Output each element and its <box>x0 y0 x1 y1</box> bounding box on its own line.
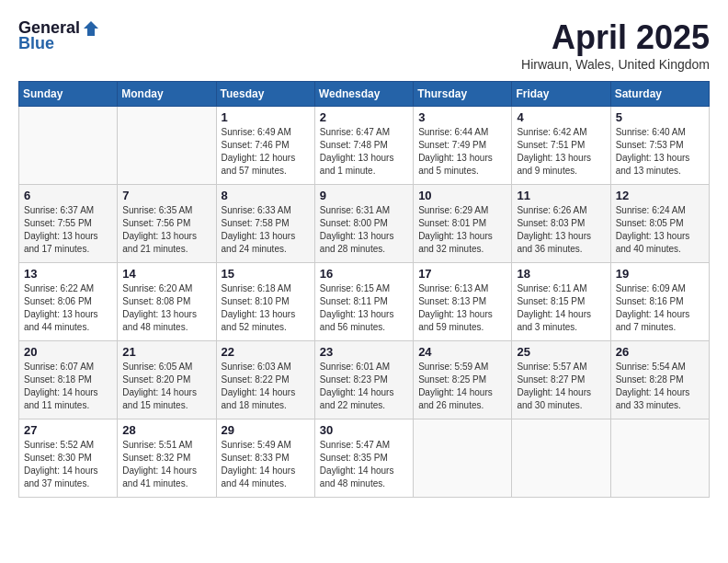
day-info: Sunrise: 6:05 AM Sunset: 8:20 PM Dayligh… <box>122 361 210 412</box>
calendar-cell: 3Sunrise: 6:44 AM Sunset: 7:49 PM Daylig… <box>414 107 512 185</box>
day-info: Sunrise: 5:59 AM Sunset: 8:25 PM Dayligh… <box>418 361 506 412</box>
calendar-cell: 14Sunrise: 6:20 AM Sunset: 8:08 PM Dayli… <box>118 263 216 341</box>
day-info: Sunrise: 6:40 AM Sunset: 7:53 PM Dayligh… <box>616 126 704 178</box>
day-number: 13 <box>24 267 112 281</box>
calendar-cell: 25Sunrise: 5:57 AM Sunset: 8:27 PM Dayli… <box>512 341 610 419</box>
day-number: 9 <box>320 189 408 202</box>
calendar-week-2: 6Sunrise: 6:37 AM Sunset: 7:55 PM Daylig… <box>19 185 710 263</box>
calendar-cell <box>610 419 709 498</box>
calendar-week-1: 1Sunrise: 6:49 AM Sunset: 7:46 PM Daylig… <box>19 107 710 185</box>
day-info: Sunrise: 6:07 AM Sunset: 8:18 PM Dayligh… <box>24 361 112 412</box>
col-wednesday: Wednesday <box>314 82 413 107</box>
day-number: 20 <box>24 345 112 359</box>
calendar-cell <box>512 419 610 498</box>
calendar-cell: 26Sunrise: 5:54 AM Sunset: 8:28 PM Dayli… <box>610 341 709 419</box>
day-info: Sunrise: 6:26 AM Sunset: 8:03 PM Dayligh… <box>517 204 605 256</box>
calendar-cell: 5Sunrise: 6:40 AM Sunset: 7:53 PM Daylig… <box>610 107 709 185</box>
logo-icon <box>82 19 100 38</box>
day-info: Sunrise: 6:03 AM Sunset: 8:22 PM Dayligh… <box>222 361 310 412</box>
calendar-cell: 21Sunrise: 6:05 AM Sunset: 8:20 PM Dayli… <box>118 341 216 419</box>
day-info: Sunrise: 6:31 AM Sunset: 8:00 PM Dayligh… <box>320 204 408 256</box>
day-number: 18 <box>517 267 605 281</box>
day-number: 30 <box>320 423 408 437</box>
day-number: 11 <box>517 189 605 202</box>
calendar-cell: 1Sunrise: 6:49 AM Sunset: 7:46 PM Daylig… <box>216 107 314 185</box>
day-info: Sunrise: 6:22 AM Sunset: 8:06 PM Dayligh… <box>24 282 112 334</box>
calendar-cell: 17Sunrise: 6:13 AM Sunset: 8:13 PM Dayli… <box>414 263 512 341</box>
day-number: 2 <box>320 110 408 124</box>
day-info: Sunrise: 5:54 AM Sunset: 8:28 PM Dayligh… <box>616 361 704 412</box>
day-number: 3 <box>418 110 506 124</box>
calendar-header-row: Sunday Monday Tuesday Wednesday Thursday… <box>19 82 710 107</box>
calendar-cell: 18Sunrise: 6:11 AM Sunset: 8:15 PM Dayli… <box>512 263 610 341</box>
calendar-cell: 16Sunrise: 6:15 AM Sunset: 8:11 PM Dayli… <box>314 263 413 341</box>
day-info: Sunrise: 6:37 AM Sunset: 7:55 PM Dayligh… <box>24 204 112 256</box>
col-sunday: Sunday <box>19 82 118 107</box>
calendar-cell <box>118 107 216 185</box>
calendar-cell: 19Sunrise: 6:09 AM Sunset: 8:16 PM Dayli… <box>610 263 709 341</box>
day-number: 24 <box>418 345 506 359</box>
day-number: 26 <box>616 345 704 359</box>
day-info: Sunrise: 6:09 AM Sunset: 8:16 PM Dayligh… <box>616 282 704 334</box>
col-saturday: Saturday <box>610 82 709 107</box>
day-number: 7 <box>122 189 210 202</box>
day-number: 17 <box>418 267 506 281</box>
calendar-week-4: 20Sunrise: 6:07 AM Sunset: 8:18 PM Dayli… <box>19 341 710 419</box>
calendar-cell: 22Sunrise: 6:03 AM Sunset: 8:22 PM Dayli… <box>216 341 314 419</box>
calendar-cell: 10Sunrise: 6:29 AM Sunset: 8:01 PM Dayli… <box>414 185 512 263</box>
day-number: 16 <box>320 267 408 281</box>
day-number: 19 <box>616 267 704 281</box>
day-info: Sunrise: 6:20 AM Sunset: 8:08 PM Dayligh… <box>122 282 210 334</box>
day-info: Sunrise: 6:44 AM Sunset: 7:49 PM Dayligh… <box>418 126 506 178</box>
day-info: Sunrise: 6:35 AM Sunset: 7:56 PM Dayligh… <box>122 204 210 256</box>
calendar-cell: 30Sunrise: 5:47 AM Sunset: 8:35 PM Dayli… <box>314 419 413 498</box>
page-header: General Blue April 2025 Hirwaun, Wales, … <box>18 18 710 72</box>
day-number: 1 <box>222 110 310 124</box>
calendar-cell: 2Sunrise: 6:47 AM Sunset: 7:48 PM Daylig… <box>314 107 413 185</box>
day-info: Sunrise: 6:18 AM Sunset: 8:10 PM Dayligh… <box>222 282 310 334</box>
calendar-cell: 6Sunrise: 6:37 AM Sunset: 7:55 PM Daylig… <box>19 185 118 263</box>
day-number: 23 <box>320 345 408 359</box>
day-info: Sunrise: 6:33 AM Sunset: 7:58 PM Dayligh… <box>222 204 310 256</box>
day-info: Sunrise: 6:47 AM Sunset: 7:48 PM Dayligh… <box>320 126 408 178</box>
day-number: 10 <box>418 189 506 202</box>
calendar-week-5: 27Sunrise: 5:52 AM Sunset: 8:30 PM Dayli… <box>19 419 710 498</box>
location: Hirwaun, Wales, United Kingdom <box>521 57 710 72</box>
day-number: 4 <box>517 110 605 124</box>
day-info: Sunrise: 6:13 AM Sunset: 8:13 PM Dayligh… <box>418 282 506 334</box>
calendar-cell: 27Sunrise: 5:52 AM Sunset: 8:30 PM Dayli… <box>19 419 118 498</box>
day-info: Sunrise: 5:52 AM Sunset: 8:30 PM Dayligh… <box>24 439 112 490</box>
svg-marker-0 <box>84 21 98 36</box>
calendar-table: Sunday Monday Tuesday Wednesday Thursday… <box>18 81 710 498</box>
calendar-cell <box>414 419 512 498</box>
day-number: 21 <box>122 345 210 359</box>
day-number: 28 <box>122 423 210 437</box>
calendar-cell: 11Sunrise: 6:26 AM Sunset: 8:03 PM Dayli… <box>512 185 610 263</box>
calendar-cell: 4Sunrise: 6:42 AM Sunset: 7:51 PM Daylig… <box>512 107 610 185</box>
day-number: 12 <box>616 189 704 202</box>
col-thursday: Thursday <box>414 82 512 107</box>
calendar-cell: 9Sunrise: 6:31 AM Sunset: 8:00 PM Daylig… <box>314 185 413 263</box>
day-info: Sunrise: 6:49 AM Sunset: 7:46 PM Dayligh… <box>222 126 310 178</box>
day-number: 25 <box>517 345 605 359</box>
day-info: Sunrise: 5:49 AM Sunset: 8:33 PM Dayligh… <box>222 439 310 490</box>
logo-blue: Blue <box>18 34 54 53</box>
logo: General Blue <box>18 18 100 53</box>
day-info: Sunrise: 6:24 AM Sunset: 8:05 PM Dayligh… <box>616 204 704 256</box>
day-info: Sunrise: 6:15 AM Sunset: 8:11 PM Dayligh… <box>320 282 408 334</box>
day-number: 29 <box>222 423 310 437</box>
day-number: 22 <box>222 345 310 359</box>
day-info: Sunrise: 5:57 AM Sunset: 8:27 PM Dayligh… <box>517 361 605 412</box>
day-info: Sunrise: 6:11 AM Sunset: 8:15 PM Dayligh… <box>517 282 605 334</box>
month-title: April 2025 <box>521 18 710 57</box>
day-number: 14 <box>122 267 210 281</box>
day-info: Sunrise: 5:47 AM Sunset: 8:35 PM Dayligh… <box>320 439 408 490</box>
day-number: 27 <box>24 423 112 437</box>
calendar-cell: 7Sunrise: 6:35 AM Sunset: 7:56 PM Daylig… <box>118 185 216 263</box>
day-info: Sunrise: 5:51 AM Sunset: 8:32 PM Dayligh… <box>122 439 210 490</box>
col-monday: Monday <box>118 82 216 107</box>
day-number: 15 <box>222 267 310 281</box>
calendar-cell: 23Sunrise: 6:01 AM Sunset: 8:23 PM Dayli… <box>314 341 413 419</box>
day-number: 8 <box>222 189 310 202</box>
day-info: Sunrise: 6:42 AM Sunset: 7:51 PM Dayligh… <box>517 126 605 178</box>
